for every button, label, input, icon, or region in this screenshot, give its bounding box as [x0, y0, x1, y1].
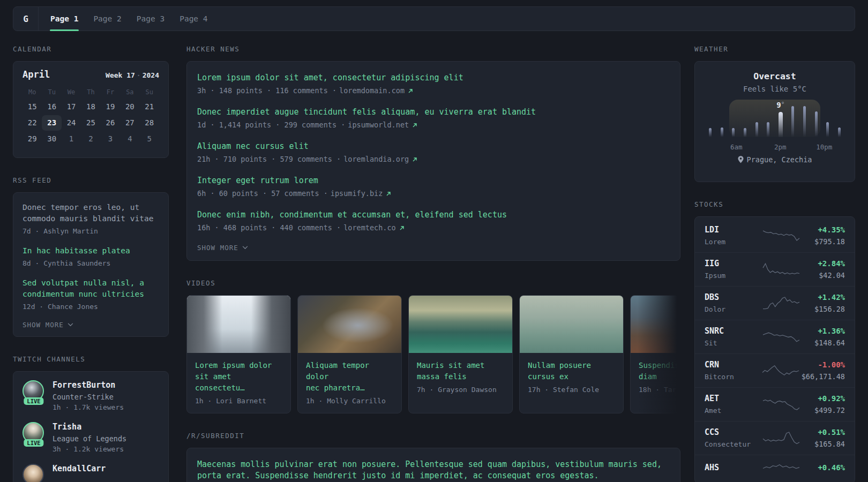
hn-item-title[interactable]: Aliquam nec cursus elit: [197, 141, 670, 152]
stock-change: +0.46%: [802, 462, 845, 473]
calendar-date: 28: [140, 115, 159, 131]
stock-row[interactable]: LDILorem+4.35%$795.18: [695, 219, 855, 252]
stock-ticker[interactable]: AHS: [705, 462, 760, 473]
video-card[interactable]: Suspendisse diam18h · Tara: [630, 295, 680, 413]
video-card[interactable]: Mauris sit amet massa felis7h · Grayson …: [408, 295, 513, 413]
stock-ticker[interactable]: CRN: [705, 359, 760, 370]
hacker-news-show-more-button[interactable]: SHOW MORE: [197, 244, 670, 252]
twitch-channel-name[interactable]: ForrestBurton: [53, 380, 124, 390]
nav-tab-page-2[interactable]: Page 2: [86, 7, 129, 31]
video-card[interactable]: Aliquam tempor dolor nec pharetra…1h · M…: [297, 295, 402, 413]
hn-item-title[interactable]: Donec enim nibh, condimentum et accumsan…: [197, 209, 670, 221]
hn-item[interactable]: Aliquam nec cursus elit21h · 710 points …: [197, 141, 670, 164]
hn-item-title[interactable]: Donec imperdiet augue tincidunt felis al…: [197, 107, 670, 118]
stock-change: +4.35%: [802, 224, 845, 235]
weather-bar: [721, 127, 723, 137]
left-column: CALENDAR April Week 17·2024 MoTuWeThFrSa…: [13, 45, 169, 482]
hn-item[interactable]: Lorem ipsum dolor sit amet, consectetur …: [197, 72, 670, 96]
nav-tab-page-1[interactable]: Page 1: [43, 7, 86, 31]
rss-item-title[interactable]: Donec tempor eros leo, ut commodo mauris…: [23, 202, 159, 224]
twitch-channel-row[interactable]: KendallCarr: [23, 464, 159, 482]
stock-row[interactable]: AETAmet+0.92%$499.72: [695, 387, 855, 421]
hn-item-title[interactable]: Integer eget rutrum lorem: [197, 175, 670, 186]
rss-item[interactable]: In hac habitasse platea8d · Cynthia Saun…: [23, 245, 159, 268]
videos-carousel[interactable]: Lorem ipsum dolor sit amet consectetu…1h…: [186, 295, 680, 413]
subreddit-list: Maecenas mollis pulvinar erat non posuer…: [186, 448, 680, 482]
video-card-body: Suspendisse diam18h · Tara: [631, 353, 680, 402]
subreddit-item-title[interactable]: Maecenas mollis pulvinar erat non posuer…: [197, 459, 670, 481]
chevron-down-icon: [242, 246, 248, 250]
external-link-icon: [412, 157, 417, 162]
twitch-section: TWITCH CHANNELS LIVEForrestBurtonCounter…: [13, 355, 169, 482]
stock-row[interactable]: SNRCSit+1.36%$148.64: [695, 320, 855, 353]
hn-item-meta-text: 6h · 60 points · 57 comments ·: [197, 189, 328, 199]
calendar-grid: 1516171819202122232425262728293012345: [23, 99, 159, 147]
hn-item-meta: 1d · 1,414 points · 299 comments · ipsum…: [197, 120, 670, 130]
stock-ticker[interactable]: SNRC: [705, 326, 760, 336]
stock-ticker[interactable]: IIG: [705, 258, 760, 269]
twitch-channel-info: ForrestBurtonCounter-Strike1h · 1.7k vie…: [53, 380, 124, 412]
video-title[interactable]: Suspendisse diam: [639, 360, 680, 382]
hn-item[interactable]: Integer eget rutrum lorem6h · 60 points …: [197, 175, 670, 199]
calendar-day-name: Tu: [42, 88, 61, 96]
stock-sparkline: [760, 228, 802, 243]
stock-id: CCSConsectetur: [705, 427, 760, 449]
stock-id: IIGIpsum: [705, 258, 760, 281]
weather-bar: [744, 128, 746, 137]
stock-ticker[interactable]: AET: [705, 393, 760, 404]
twitch-channel-name[interactable]: KendallCarr: [53, 464, 106, 474]
stock-ticker[interactable]: LDI: [705, 224, 760, 235]
calendar-row: 293012345: [23, 131, 159, 147]
stock-row[interactable]: IIGIpsum+2.84%$42.04: [695, 252, 855, 286]
rss-item-title[interactable]: Sed volutpat nulla nisl, a condimentum n…: [23, 277, 159, 300]
weather-bar: [767, 122, 769, 137]
hn-item[interactable]: Donec enim nibh, condimentum et accumsan…: [197, 209, 670, 233]
rss-item-meta: 12d · Chance Jones: [23, 302, 159, 312]
calendar-day-names: MoTuWeThFrSaSu: [23, 88, 159, 96]
stock-ticker[interactable]: DBS: [705, 292, 760, 303]
twitch-channel-row[interactable]: LIVETrishaLeague of Legends3h · 1.2k vie…: [23, 422, 159, 454]
rss-item-meta: 7d · Ashlyn Martin: [23, 226, 159, 236]
stock-row[interactable]: CCSConsectetur+0.51%$165.84: [695, 421, 855, 455]
hn-item-source[interactable]: ipsumworld.net: [348, 120, 409, 130]
stock-row[interactable]: CRNBitcorn-1.00%$66,171.48: [695, 353, 855, 387]
nav-tab-page-4[interactable]: Page 4: [172, 7, 215, 31]
twitch-channel-name[interactable]: Trisha: [53, 422, 126, 432]
rss-show-more-button[interactable]: SHOW MORE: [23, 321, 159, 329]
stock-sparkline: [760, 262, 802, 277]
rss-item[interactable]: Sed volutpat nulla nisl, a condimentum n…: [23, 277, 159, 312]
calendar-date: 25: [81, 115, 100, 131]
hn-item-meta-text: 3h · 148 points · 116 comments ·: [197, 86, 336, 96]
hn-item[interactable]: Donec imperdiet augue tincidunt felis al…: [197, 107, 670, 130]
video-title[interactable]: Nullam posuere cursus ex: [528, 360, 615, 382]
stock-ticker[interactable]: CCS: [705, 427, 760, 438]
stock-name: Consectetur: [705, 439, 760, 449]
hn-item-meta-text: 1d · 1,414 points · 299 comments ·: [197, 120, 345, 130]
stock-row[interactable]: AHS+0.46%: [695, 455, 855, 481]
hn-item-title[interactable]: Lorem ipsum dolor sit amet, consectetur …: [197, 72, 670, 84]
hn-item-source[interactable]: loremlandia.org: [343, 154, 409, 164]
rss-item-title[interactable]: In hac habitasse platea: [23, 245, 159, 257]
video-meta: 1h · Molly Carrillo: [306, 397, 393, 405]
app-logo[interactable]: G: [13, 7, 39, 31]
video-card[interactable]: Lorem ipsum dolor sit amet consectetu…1h…: [186, 295, 291, 413]
weather-bars: 9°: [709, 100, 841, 137]
stock-row[interactable]: DBSDolor+1.42%$156.28: [695, 286, 855, 320]
video-thumbnail: [298, 296, 401, 353]
subreddit-item[interactable]: Maecenas mollis pulvinar erat non posuer…: [197, 459, 670, 482]
twitch-channel-row[interactable]: LIVEForrestBurtonCounter-Strike1h · 1.7k…: [23, 380, 159, 412]
hn-item-source[interactable]: loremdomain.com: [339, 86, 405, 96]
video-meta: 18h · Tara: [639, 386, 680, 394]
stock-values: +0.46%: [802, 462, 845, 475]
video-title[interactable]: Lorem ipsum dolor sit amet consectetu…: [195, 360, 282, 394]
video-title[interactable]: Aliquam tempor dolor nec pharetra…: [306, 360, 393, 394]
calendar-date: 30: [42, 131, 61, 147]
nav-tab-page-3[interactable]: Page 3: [129, 7, 172, 31]
video-card[interactable]: Nullam posuere cursus ex17h · Stefan Col…: [519, 295, 624, 413]
rss-item[interactable]: Donec tempor eros leo, ut commodo mauris…: [23, 202, 159, 236]
stock-sparkline: [760, 461, 802, 476]
stock-name: Amet: [705, 405, 760, 416]
hn-item-source[interactable]: ipsumify.biz: [331, 189, 383, 199]
video-title[interactable]: Mauris sit amet massa felis: [417, 360, 504, 382]
hn-item-source[interactable]: loremtech.co: [343, 223, 396, 233]
